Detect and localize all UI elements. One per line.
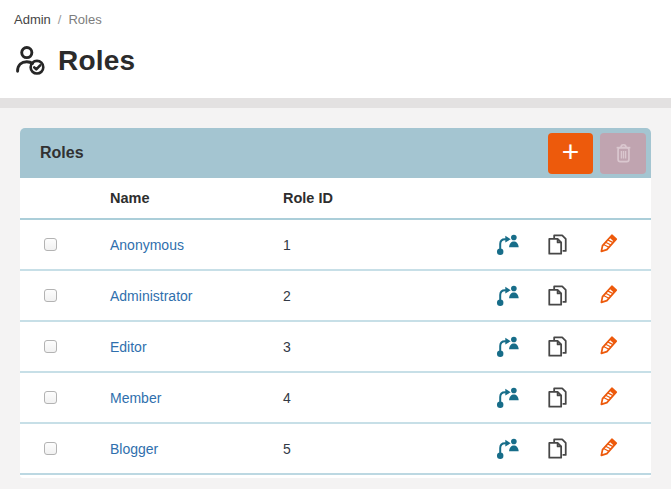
table-row: Blogger 5 <box>20 424 651 475</box>
edit-icon[interactable] <box>595 385 620 410</box>
roles-panel: Roles + Name Role ID Anonymous 1 Adminis… <box>20 128 651 478</box>
table-row: Member 4 <box>20 373 651 424</box>
row-select-checkbox[interactable] <box>44 340 57 353</box>
copy-icon[interactable] <box>545 436 570 461</box>
page-title: Roles <box>58 45 135 77</box>
role-id-value: 5 <box>283 441 461 457</box>
user-permissions-icon[interactable] <box>495 334 520 359</box>
row-select-checkbox[interactable] <box>44 238 57 251</box>
row-select-checkbox[interactable] <box>44 289 57 302</box>
breadcrumb-separator: / <box>58 12 62 27</box>
panel-header: Roles + <box>20 128 651 178</box>
role-id-value: 4 <box>283 390 461 406</box>
role-name-link[interactable]: Administrator <box>110 288 192 304</box>
copy-icon[interactable] <box>545 232 570 257</box>
table-row: Editor 3 <box>20 322 651 373</box>
role-id-value: 2 <box>283 288 461 304</box>
breadcrumb: Admin / Roles <box>14 12 657 27</box>
page-header: Admin / Roles Roles <box>0 0 671 108</box>
user-permissions-icon[interactable] <box>495 232 520 257</box>
edit-icon[interactable] <box>595 334 620 359</box>
delete-selected-button[interactable] <box>600 133 646 174</box>
role-name-link[interactable]: Editor <box>110 339 147 355</box>
row-select-checkbox[interactable] <box>44 442 57 455</box>
role-name-link[interactable]: Anonymous <box>110 237 184 253</box>
row-select-checkbox[interactable] <box>44 391 57 404</box>
add-role-button[interactable]: + <box>548 133 593 174</box>
table-header-row: Name Role ID <box>20 178 651 220</box>
role-name-link[interactable]: Blogger <box>110 441 158 457</box>
panel-title: Roles <box>40 144 548 162</box>
copy-icon[interactable] <box>545 385 570 410</box>
edit-icon[interactable] <box>595 436 620 461</box>
edit-icon[interactable] <box>595 232 620 257</box>
role-name-link[interactable]: Member <box>110 390 161 406</box>
table-row: Administrator 2 <box>20 271 651 322</box>
column-header-role-id: Role ID <box>283 190 461 206</box>
copy-icon[interactable] <box>545 283 570 308</box>
trash-icon <box>611 141 636 166</box>
user-permissions-icon[interactable] <box>495 436 520 461</box>
copy-icon[interactable] <box>545 334 570 359</box>
breadcrumb-admin-link[interactable]: Admin <box>14 12 51 27</box>
column-header-name: Name <box>110 190 283 206</box>
role-id-value: 1 <box>283 237 461 253</box>
role-id-value: 3 <box>283 339 461 355</box>
user-permissions-icon[interactable] <box>495 385 520 410</box>
user-permissions-icon[interactable] <box>495 283 520 308</box>
table-row: Anonymous 1 <box>20 220 651 271</box>
edit-icon[interactable] <box>595 283 620 308</box>
user-check-icon <box>14 44 47 77</box>
breadcrumb-current: Roles <box>68 12 101 27</box>
